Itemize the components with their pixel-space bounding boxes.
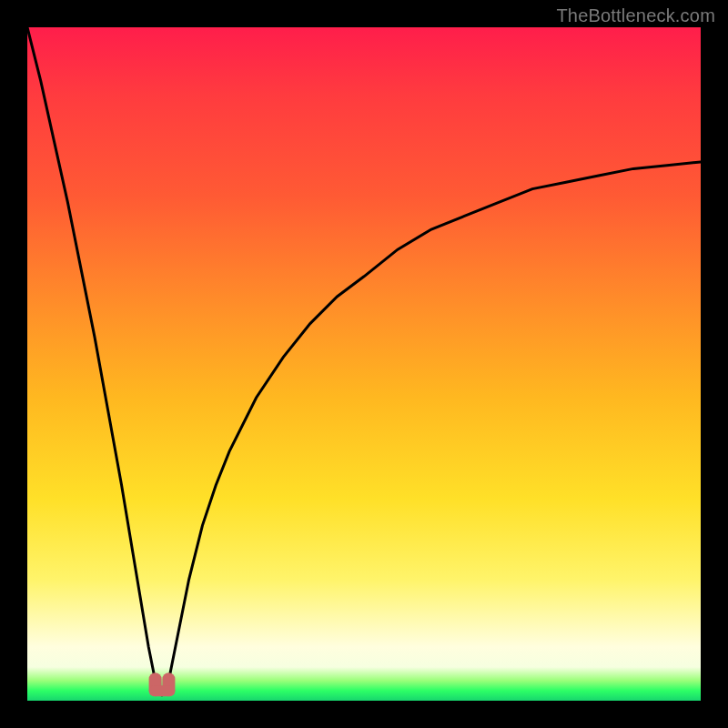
bottleneck-curve [27,27,701,694]
optimum-markers [149,672,176,696]
optimum-marker-base [149,685,176,696]
chart-frame: TheBottleneck.com [0,0,728,728]
plot-area [27,27,701,701]
curve-layer [27,27,701,701]
watermark-text: TheBottleneck.com [556,5,715,26]
